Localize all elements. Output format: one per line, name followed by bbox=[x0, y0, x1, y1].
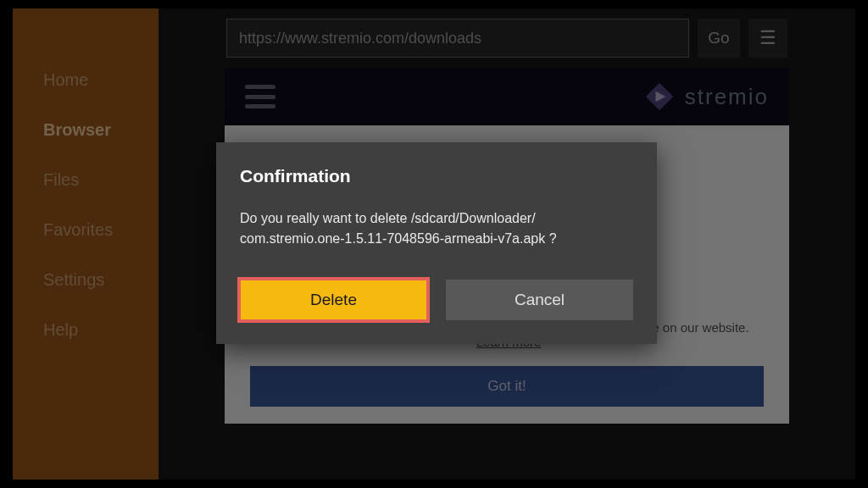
dialog-title: Confirmation bbox=[240, 166, 633, 186]
cancel-button[interactable]: Cancel bbox=[446, 280, 633, 320]
dialog-buttons: Delete Cancel bbox=[240, 280, 633, 320]
dialog-message: Do you really want to delete /sdcard/Dow… bbox=[240, 208, 633, 249]
delete-button[interactable]: Delete bbox=[240, 280, 427, 320]
confirmation-dialog: Confirmation Do you really want to delet… bbox=[216, 142, 657, 344]
